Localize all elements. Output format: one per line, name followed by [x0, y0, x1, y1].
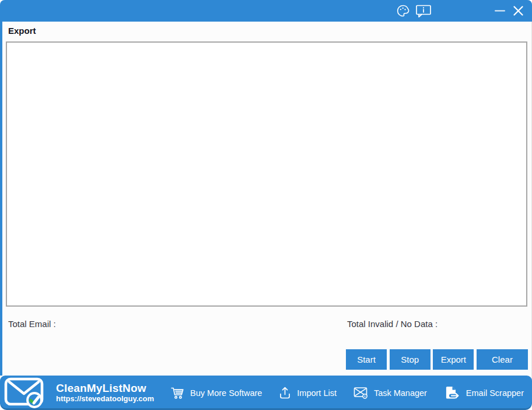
stop-button[interactable]: Stop [390, 349, 430, 370]
upload-icon [278, 385, 292, 400]
export-button[interactable]: Export [433, 349, 474, 370]
action-buttons: Start Stop Export Clear [346, 349, 528, 370]
window-left-accent [0, 22, 2, 376]
titlebar[interactable] [0, 0, 532, 22]
import-list-button[interactable]: Import List [278, 385, 337, 400]
close-button[interactable] [512, 4, 525, 18]
start-button[interactable]: Start [346, 349, 387, 370]
export-list[interactable] [6, 41, 527, 307]
footer-nav: Buy More Software Import List [170, 385, 524, 400]
footer-bar: CleanMyListNow https://stevedatoolguy.co… [0, 376, 532, 410]
document-arrow-icon [443, 385, 461, 400]
clear-button[interactable]: Clear [477, 349, 528, 370]
buy-more-software-button[interactable]: Buy More Software [170, 386, 262, 400]
nav-label: Import List [297, 388, 337, 398]
app-window: Export Total Email : Total Invalid / No … [0, 0, 532, 410]
nav-label: Buy More Software [190, 388, 262, 398]
shopping-cart-icon [170, 386, 185, 400]
theme-palette-icon[interactable] [396, 4, 410, 18]
task-manager-button[interactable]: Task Manager [353, 386, 427, 399]
nav-label: Task Manager [374, 388, 427, 398]
feedback-chat-icon[interactable] [415, 4, 432, 18]
total-email-label: Total Email : [8, 319, 56, 329]
brand-block: CleanMyListNow https://stevedatoolguy.co… [56, 382, 154, 404]
task-manager-icon [353, 386, 369, 399]
minimize-button[interactable] [494, 4, 506, 17]
export-section-label: Export [8, 26, 36, 36]
envelope-check-icon [4, 377, 48, 409]
nav-label: Email Scrapper [466, 388, 524, 398]
total-invalid-label: Total Invalid / No Data : [347, 319, 438, 329]
brand-url-link[interactable]: https://stevedatoolguy.com [56, 395, 154, 404]
brand-name: CleanMyListNow [56, 382, 154, 395]
email-scrapper-button[interactable]: Email Scrapper [443, 385, 524, 400]
